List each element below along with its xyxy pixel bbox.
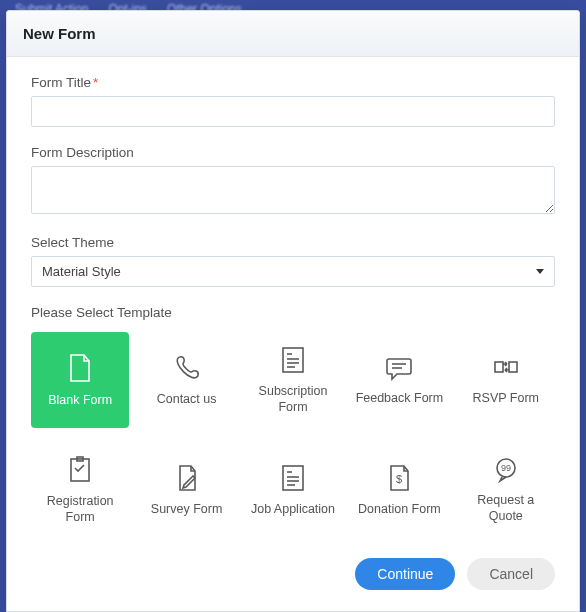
template-label: Registration Form bbox=[35, 494, 125, 525]
modal-header: New Form bbox=[7, 11, 579, 57]
template-label: Feedback Form bbox=[356, 391, 444, 407]
svg-text:99: 99 bbox=[501, 463, 511, 473]
template-rsvp-form[interactable]: RSVP Form bbox=[457, 332, 555, 428]
form-description-input[interactable] bbox=[31, 166, 555, 214]
form-title-field: Form Title* bbox=[31, 75, 555, 127]
document-lines-icon bbox=[280, 464, 306, 492]
cancel-button[interactable]: Cancel bbox=[467, 558, 555, 590]
template-label: RSVP Form bbox=[473, 391, 539, 407]
form-title-input[interactable] bbox=[31, 96, 555, 127]
svg-rect-8 bbox=[509, 362, 517, 372]
template-job-application[interactable]: Job Application bbox=[244, 442, 342, 538]
form-description-label: Form Description bbox=[31, 145, 555, 160]
select-theme-field: Select Theme Material Style bbox=[31, 235, 555, 287]
template-section-label: Please Select Template bbox=[31, 305, 555, 320]
theme-selected-value: Material Style bbox=[42, 264, 121, 279]
blank-page-icon bbox=[66, 353, 94, 383]
dollar-document-icon: $ bbox=[387, 464, 411, 492]
template-label: Job Application bbox=[251, 502, 335, 518]
modal-footer: Continue Cancel bbox=[7, 538, 579, 604]
rsvp-arrows-icon bbox=[492, 355, 520, 381]
template-grid: Blank Form Contact us Subscription Form bbox=[31, 332, 555, 538]
svg-rect-11 bbox=[283, 466, 303, 490]
phone-icon bbox=[173, 354, 201, 382]
template-subscription-form[interactable]: Subscription Form bbox=[244, 332, 342, 428]
template-label: Survey Form bbox=[151, 502, 223, 518]
theme-select[interactable]: Material Style bbox=[31, 256, 555, 287]
template-feedback-form[interactable]: Feedback Form bbox=[350, 332, 448, 428]
chat-bubble-icon bbox=[385, 355, 413, 381]
svg-text:$: $ bbox=[396, 473, 402, 485]
template-label: Request a Quote bbox=[461, 493, 551, 524]
template-label: Subscription Form bbox=[248, 384, 338, 415]
svg-rect-7 bbox=[495, 362, 503, 372]
template-blank-form[interactable]: Blank Form bbox=[31, 332, 129, 428]
template-label: Contact us bbox=[157, 392, 217, 408]
svg-rect-0 bbox=[283, 348, 303, 372]
form-title-label: Form Title* bbox=[31, 75, 555, 90]
document-lines-icon bbox=[280, 346, 306, 374]
template-request-quote[interactable]: 99 Request a Quote bbox=[457, 442, 555, 538]
chevron-down-icon bbox=[536, 269, 544, 274]
form-description-field: Form Description bbox=[31, 145, 555, 217]
quote-bubble-icon: 99 bbox=[492, 457, 520, 483]
checklist-icon bbox=[67, 456, 93, 484]
template-registration-form[interactable]: Registration Form bbox=[31, 442, 129, 538]
continue-button[interactable]: Continue bbox=[355, 558, 455, 590]
select-theme-label: Select Theme bbox=[31, 235, 555, 250]
template-label: Blank Form bbox=[48, 393, 112, 409]
template-contact-us[interactable]: Contact us bbox=[137, 332, 235, 428]
survey-pencil-icon bbox=[175, 464, 199, 492]
modal-title: New Form bbox=[23, 25, 563, 42]
new-form-modal: New Form Form Title* Form Description Se… bbox=[6, 10, 580, 612]
template-survey-form[interactable]: Survey Form bbox=[137, 442, 235, 538]
template-label: Donation Form bbox=[358, 502, 441, 518]
template-donation-form[interactable]: $ Donation Form bbox=[350, 442, 448, 538]
